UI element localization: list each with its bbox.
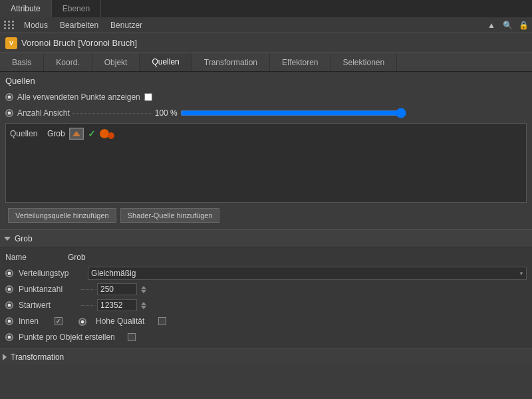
add-shader-btn[interactable]: Shader-Quelle hinzufügen [120,208,220,223]
tab-basis[interactable]: Basis [0,53,44,71]
object-title: Voronoi Bruch [Voronoi Bruch] [21,38,137,48]
tab-koord[interactable]: Koord. [44,53,92,71]
menubar-items: Modus Bearbeiten Benutzer [19,19,148,31]
grob-collapse-icon [4,237,11,241]
anzahl-dots [72,113,152,114]
hohe-radio [78,317,90,326]
menu-bearbeiten[interactable]: Bearbeiten [55,19,104,31]
anzahl-ansicht-radio[interactable] [5,109,13,117]
hohe-qualitaet-checkbox[interactable] [158,317,166,325]
alle-punkte-radio[interactable] [5,93,13,101]
punktanzahl-up[interactable] [141,286,146,289]
object-header: V Voronoi Bruch [Voronoi Bruch] [0,33,532,53]
alle-punkte-label: Alle verwendeten Punkte anzeigen [17,92,140,102]
name-value: Grob [68,253,86,262]
punktanzahl-radio[interactable] [5,285,13,293]
punktanzahl-input[interactable] [97,283,137,295]
name-label: Name [5,253,65,262]
anzahl-ansicht-label: Anzahl Ansicht [17,108,70,118]
tab-objekt[interactable]: Objekt [92,53,140,71]
transformation-label: Transformation [11,352,64,362]
tab-bar: Basis Koord. Objekt Quellen Transformati… [0,53,532,72]
grob-section: Grob Name Grob Verteilungstyp Gleichmäßi… [0,229,532,364]
tab-transformation[interactable]: Transformation [192,53,270,71]
startwert-radio[interactable] [5,301,13,309]
quellen-item-thumb [69,128,84,140]
tab-effektoren[interactable]: Effektoren [270,53,331,71]
startwert-label: Startwert [19,301,78,310]
quellen-orange-group [100,129,114,139]
verteilungstyp-select-wrapper: Gleichmäßig [88,267,527,280]
innen-checkbox-wrap: ✓ [55,317,63,325]
title-tab-ebenen[interactable]: Ebenen [52,0,101,17]
hohe-qualitaet-label: Hohe Qualität [96,317,156,326]
anzahl-ansicht-row: Anzahl Ansicht 100 % [5,106,527,120]
startwert-row: Startwert [5,298,527,313]
startwert-down[interactable] [141,306,146,309]
quellen-inner-row: Quellen Grob ✓ [10,128,522,140]
quellen-section-title: Quellen [5,76,527,86]
title-tab-bar: Attribute Ebenen [0,0,532,17]
startwert-dots [81,305,94,306]
alle-punkte-checkbox[interactable] [144,93,152,101]
add-distribution-btn[interactable]: Verteilungsquelle hinzufügen [8,208,116,223]
punkte-pro-objekt-label: Punkte pro Objekt erstellen [19,332,125,342]
innen-checkbox[interactable]: ✓ [55,317,63,325]
quellen-items: Grob ✓ [47,128,114,140]
menu-grid-icon [3,19,16,32]
object-icon: V [5,37,17,49]
grob-content: Name Grob Verteilungstyp Gleichmäßig Pun… [0,247,532,348]
punktanzahl-row: Punktanzahl [5,282,527,297]
menubar-right: ▲ 🔍 🔒 [485,19,529,31]
menubar: Modus Bearbeiten Benutzer ▲ 🔍 🔒 [0,17,532,33]
grob-header[interactable]: Grob [0,230,532,247]
verteilungstyp-row: Verteilungstyp Gleichmäßig [5,266,527,281]
punktanzahl-label: Punktanzahl [19,285,78,294]
punkte-pro-objekt-radio[interactable] [5,333,13,341]
tab-quellen[interactable]: Quellen [140,53,192,71]
transformation-row[interactable]: Transformation [0,348,532,364]
anzahl-value: 100 % [155,108,178,118]
innen-radio[interactable] [5,317,13,325]
punktanzahl-dots [81,289,94,290]
quellen-check-icon[interactable]: ✓ [88,128,96,139]
title-tab-attribute[interactable]: Attribute [0,0,52,17]
startwert-input[interactable] [97,299,137,311]
button-row: Verteilungsquelle hinzufügen Shader-Quel… [5,208,527,223]
search-icon[interactable]: 🔍 [501,19,513,31]
name-row: Name Grob [5,250,527,265]
tab-selektionen[interactable]: Selektionen [331,53,398,71]
innen-row: Innen ✓ Hohe Qualität [5,314,527,329]
punktanzahl-down[interactable] [141,290,146,293]
content-area: Quellen Alle verwendeten Punkte anzeigen… [0,72,532,229]
menu-modus[interactable]: Modus [19,19,53,31]
verteilungstyp-radio[interactable] [5,269,13,277]
verteilungstyp-label: Verteilungstyp [19,269,85,278]
lock-icon: 🔒 [517,19,529,31]
anzahl-slider[interactable] [180,109,406,117]
grob-title: Grob [15,234,33,243]
punkte-pro-objekt-checkbox[interactable] [128,333,136,341]
menu-benutzer[interactable]: Benutzer [105,19,148,31]
punkte-pro-objekt-row: Punkte pro Objekt erstellen [5,330,527,344]
verteilungstyp-select[interactable]: Gleichmäßig [88,267,527,280]
quellen-inner-label: Quellen [10,128,43,138]
startwert-up[interactable] [141,302,146,305]
transformation-expand-icon [3,354,7,360]
quellen-item-grob-name: Grob [47,129,65,138]
orange-circle-small [108,132,114,139]
alle-punkte-row: Alle verwendeten Punkte anzeigen [5,90,527,104]
arrow-up-icon: ▲ [485,19,497,31]
innen-label: Innen [19,317,52,326]
quellen-box: Quellen Grob ✓ [5,123,527,203]
